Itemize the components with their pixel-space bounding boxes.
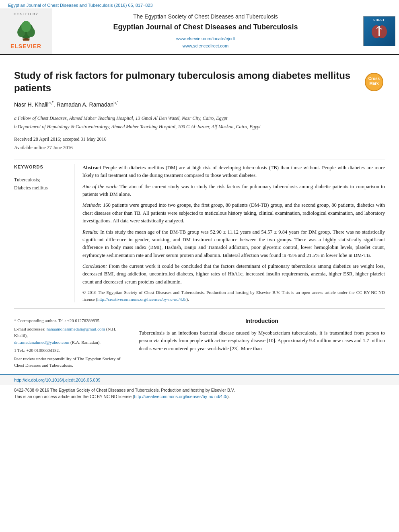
chest-cover-title: CHEST: [373, 18, 385, 22]
crossmark-badge[interactable]: Cross Mark: [363, 71, 385, 93]
crossmark-icon: Cross Mark: [364, 72, 384, 92]
affiliation-b: b Department of Hepatology & Gastroenter…: [14, 123, 385, 130]
abstract-label: Abstract: [82, 165, 101, 170]
elsevier-tree-icon: [14, 19, 38, 41]
svg-point-6: [22, 38, 30, 40]
authors-line: Nasr H. Khalila,*, Ramadan A. Ramadanb,1: [14, 100, 385, 109]
author2-name: , Ramadan A. Ramadan: [53, 101, 113, 108]
author1-name: Nasr H. Khalil: [14, 101, 49, 108]
footnotes-column: * Corresponding author. Tel.: +20 012762…: [14, 317, 127, 370]
abstract-methods: Methods: 160 patients were grouped into …: [82, 201, 385, 225]
peer-review-note: Peer review under responsibility of The …: [14, 355, 127, 369]
footer-license-text: This is an open access article under the…: [14, 394, 230, 399]
keywords-heading: KEYWORDS: [14, 164, 66, 172]
bottom-section: * Corresponding author. Tel.: +20 012762…: [14, 313, 385, 370]
keywords-list: Tuberculosis; Diabetes mellitus: [14, 176, 66, 191]
journal-urls: www.elsevier.com/locate/ejcdt www.scienc…: [176, 35, 235, 49]
chest-cover: CHEST: [359, 8, 399, 53]
article-title: Study of risk factors for pulmonary tube…: [14, 69, 385, 94]
author1-sup: a,*: [49, 101, 53, 105]
email2-name: (R.A. Ramadan).: [70, 340, 101, 345]
abstract-opening-text: People with diabetes mellitus (DM) are a…: [82, 165, 385, 178]
footer-license-link[interactable]: http://creativecommons.org/licenses/by-n…: [134, 394, 227, 399]
abstract-opening: Abstract People with diabetes mellitus (…: [82, 164, 385, 180]
keyword-2: Diabetes mellitus: [14, 184, 66, 192]
results-label: Results:: [82, 229, 99, 235]
footer-issn: 0422-7638 © 2016 The Egyptian Society of…: [14, 387, 385, 394]
affiliation-a: a Fellow of Chest Diseases, Ahmed Maher …: [14, 115, 385, 122]
section-divider: [14, 160, 385, 160]
chest-cover-image: [369, 23, 389, 41]
doi-bar: http://dx.doi.org/10.1016/j.ejcdt.2016.0…: [0, 374, 399, 385]
svg-text:Mark: Mark: [369, 81, 379, 86]
corresponding-note: * Corresponding author. Tel.: +20 012762…: [14, 317, 127, 324]
title-text: Study of risk factors for pulmonary tube…: [14, 70, 350, 93]
journal-title-block: The Egyptian Society of Chest Diseases a…: [52, 8, 359, 53]
bottom-divider: [14, 308, 385, 309]
page: Egyptian Journal of Chest Diseases and T…: [0, 0, 399, 532]
abstract-conclusion: Conclusion: From the current work it cou…: [82, 263, 385, 286]
introduction-column: Introduction Tuberculosis is an infectio…: [139, 317, 385, 370]
dates: Received 28 April 2016; accepted 31 May …: [14, 135, 385, 152]
society-name: The Egyptian Society of Chest Diseases a…: [133, 13, 278, 21]
hosted-by-label: HOSTED BY: [14, 12, 38, 17]
doi-link[interactable]: http://dx.doi.org/10.1016/j.ejcdt.2016.0…: [14, 378, 101, 382]
abstract-text: Abstract People with diabetes mellitus (…: [82, 164, 385, 302]
results-text: In this study the mean age of the DM-TB …: [82, 229, 385, 258]
abstract-column: Abstract People with diabetes mellitus (…: [82, 164, 385, 302]
abstract-results: Results: In this study the mean age of t…: [82, 228, 385, 260]
elsevier-text: ELSEVIER: [10, 43, 41, 51]
elsevier-branding: HOSTED BY ELSEVIER: [0, 8, 52, 53]
journal-citation: Egyptian Journal of Chest Diseases and T…: [0, 0, 399, 8]
author2-sup: b,1: [113, 101, 119, 105]
intro-text: Tuberculosis is an infectious bacterial …: [139, 329, 385, 353]
svg-point-4: [21, 21, 31, 32]
abstract-section: KEYWORDS Tuberculosis; Diabetes mellitus…: [14, 164, 385, 302]
email-line: E-mail addresses: hanaamohammedali@gmail…: [14, 326, 127, 346]
keywords-column: KEYWORDS Tuberculosis; Diabetes mellitus: [14, 164, 74, 302]
received-date: Received 28 April 2016; accepted 31 May …: [14, 135, 385, 143]
journal-url2: www.sciencedirect.com: [183, 43, 228, 48]
svg-text:Cross: Cross: [368, 76, 380, 81]
email1: hanaamohammedali@gmail.com: [47, 327, 105, 331]
email2-link[interactable]: dr.ramadanahmed@yahoo.com: [14, 340, 69, 345]
conclusion-label: Conclusion:: [82, 263, 107, 269]
abstract-aim: Aim of the work: The aim of the current …: [82, 183, 385, 199]
license-link[interactable]: http://creativecommons.org/licenses/by-n…: [97, 297, 187, 302]
doi-url: http://dx.doi.org/10.1016/j.ejcdt.2016.0…: [14, 378, 101, 382]
intro-heading: Introduction: [139, 317, 385, 325]
aim-text: The aim of the current study was to stud…: [82, 184, 385, 197]
footer-license: This is an open access article under the…: [14, 394, 385, 400]
aim-label: Aim of the work:: [82, 184, 118, 189]
copyright-main: © 2016 The Egyptian Society of Chest Dis…: [82, 290, 385, 302]
bottom-footer: 0422-7638 © 2016 The Egyptian Society of…: [0, 385, 399, 402]
email2: dr.ramadanahmed@yahoo.com: [14, 340, 69, 345]
affiliations: a Fellow of Chest Diseases, Ahmed Maher …: [14, 115, 385, 130]
journal-full-name: Egyptian Journal of Chest Diseases and T…: [113, 22, 298, 32]
methods-text: 160 patients were grouped into two group…: [82, 202, 385, 224]
copyright-text: © 2016 The Egyptian Society of Chest Dis…: [82, 289, 385, 302]
elsevier-logo: ELSEVIER: [10, 19, 41, 51]
email-label: E-mail addresses:: [14, 327, 45, 331]
tel2-note: 1 Tel.: +20 01006604182.: [14, 347, 127, 354]
citation-text: Egyptian Journal of Chest Diseases and T…: [8, 3, 153, 8]
intro-paragraph: Tuberculosis is an infectious bacterial …: [139, 330, 385, 351]
methods-label: Methods:: [82, 202, 101, 208]
main-content: Study of risk factors for pulmonary tube…: [0, 55, 399, 374]
keyword-1: Tuberculosis;: [14, 176, 66, 184]
journal-url1: www.elsevier.com/locate/ejcdt: [176, 36, 235, 41]
email1-link[interactable]: hanaamohammedali@gmail.com: [47, 327, 105, 331]
conclusion-text: From the current work it could be conclu…: [82, 263, 385, 285]
available-date: Available online 27 June 2016: [14, 144, 385, 152]
chest-journal-cover: CHEST: [363, 16, 395, 46]
header-banner: HOSTED BY ELSEVIER The Egyptian Society …: [0, 8, 399, 55]
